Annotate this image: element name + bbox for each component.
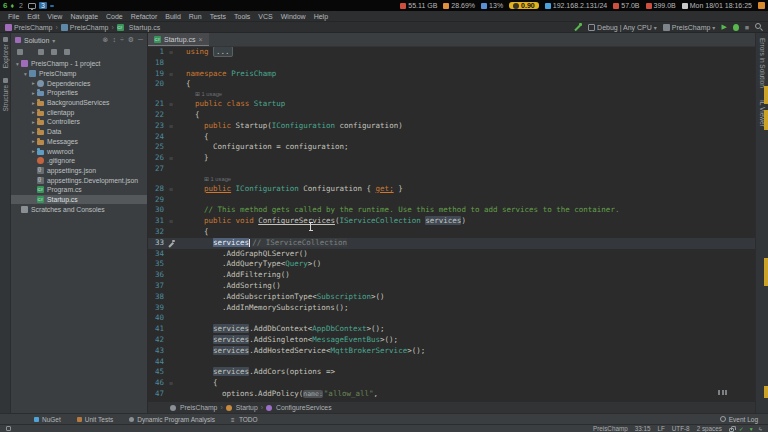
line-separator[interactable]: LF <box>657 425 664 432</box>
tree-item-controllers[interactable]: ▸Controllers <box>11 117 147 127</box>
active-window-icon[interactable] <box>50 5 54 7</box>
code-line[interactable]: 42services.AddSingleton<MessageEventBus>… <box>148 335 755 346</box>
tool-stripe-explorer[interactable]: Explorer <box>2 37 9 68</box>
find-icon[interactable] <box>64 49 70 55</box>
code-line[interactable]: 20{ <box>148 79 755 90</box>
explorer-view-selector[interactable]: Solution <box>24 37 49 44</box>
run-button[interactable]: ▶ <box>721 23 726 31</box>
menu-view[interactable]: View <box>43 13 66 20</box>
breadcrumb-item[interactable]: PreisChamp <box>5 24 53 31</box>
menu-window[interactable]: Window <box>277 13 310 20</box>
fold-marker[interactable]: ⊟ <box>166 69 176 80</box>
close-icon[interactable]: × <box>199 36 203 43</box>
debug-button[interactable] <box>733 24 739 31</box>
view-options-icon[interactable] <box>17 49 23 55</box>
tray-icon[interactable] <box>758 2 765 9</box>
code-line[interactable]: 35.AddQueryType<Query>() <box>148 259 755 270</box>
select-opened-file-icon[interactable] <box>38 49 44 55</box>
code-line[interactable]: 40 <box>148 313 755 324</box>
menu-code[interactable]: Code <box>102 13 127 20</box>
tool-window-button-nuget[interactable]: NuGet <box>34 416 61 423</box>
chevron-expanded-icon[interactable]: ▾ <box>14 61 21 67</box>
code-line[interactable]: 44 <box>148 357 755 368</box>
tree-item-dependencies[interactable]: ▸Dependencies <box>11 78 147 88</box>
menu-run[interactable]: Run <box>185 13 206 20</box>
indent-style[interactable]: 2 spaces <box>697 425 722 432</box>
code-line[interactable]: 34.AddGraphQLServer() <box>148 249 755 260</box>
tool-stripe-structure[interactable]: Structure <box>2 78 9 111</box>
code-line[interactable]: 31⊟public void ConfigureServices(IServic… <box>148 216 755 227</box>
chevron-collapsed-icon[interactable]: ▸ <box>30 90 37 96</box>
fold-marker[interactable]: ⊟ <box>166 184 176 195</box>
expand-all-icon[interactable]: ↕ <box>112 36 116 44</box>
encoding[interactable]: UTF-8 <box>672 425 690 432</box>
code-line[interactable]: 24{ <box>148 132 755 143</box>
workspace-3[interactable]: 3 <box>39 2 47 9</box>
chevron-collapsed-icon[interactable]: ▸ <box>30 138 37 144</box>
menu-vcs[interactable]: VCS <box>254 13 276 20</box>
menu-tests[interactable]: Tests <box>206 13 230 20</box>
tree-item-wwwroot[interactable]: ▸wwwroot <box>11 146 147 156</box>
chevron-expanded-icon[interactable]: ▾ <box>22 71 29 77</box>
menu-help[interactable]: Help <box>310 13 332 20</box>
code-line[interactable]: 39.AddInMemorySubscriptions(); <box>148 303 755 314</box>
tool-window-button-unit-tests[interactable]: Unit Tests <box>77 416 113 423</box>
caret-position[interactable]: 33:15 <box>635 425 651 432</box>
tree-item--gitignore[interactable]: .gitignore <box>11 156 147 166</box>
locate-file-icon[interactable]: ⊗ <box>103 36 109 44</box>
readonly-lock-icon[interactable] <box>729 428 734 432</box>
chevron-collapsed-icon[interactable]: ▸ <box>30 109 37 115</box>
code-line[interactable]: 28⊟public IConfiguration Configuration {… <box>148 184 755 195</box>
background-tasks-icon[interactable]: ϟ <box>759 426 762 432</box>
usage-inlay-hint[interactable]: ⊞ 1 usage <box>148 175 755 184</box>
tool-window-switcher-icon[interactable] <box>6 426 11 431</box>
fold-marker[interactable]: ⊟ <box>166 153 176 164</box>
breadcrumb-item[interactable]: Startup.cs <box>117 24 161 31</box>
tree-item-properties[interactable]: ▸Properties <box>11 88 147 98</box>
code-line[interactable]: 22{ <box>148 110 755 121</box>
build-config-selector[interactable]: Debug | Any CPU ▾ <box>588 24 657 31</box>
code-line[interactable]: 30// This method gets called by the runt… <box>148 205 755 216</box>
search-everywhere-icon[interactable] <box>755 23 763 31</box>
code-line[interactable]: 26⊟} <box>148 153 755 164</box>
tree-item-startup-cs[interactable]: Startup.cs <box>11 195 147 205</box>
tree-item-messages[interactable]: ▸Messages <box>11 137 147 147</box>
chevron-collapsed-icon[interactable]: ▸ <box>30 129 37 135</box>
menu-edit[interactable]: Edit <box>23 13 43 20</box>
tree-item-preischamp[interactable]: ▾PreisChamp <box>11 69 147 79</box>
code-line[interactable]: 36.AddFiltering() <box>148 270 755 281</box>
tool-window-button-dynamic-program-analysis[interactable]: Dynamic Program Analysis <box>129 416 215 423</box>
code-line[interactable]: 33services// IServiceCollection <box>148 238 755 249</box>
tree-item-clientapp[interactable]: ▸clientapp <box>11 107 147 117</box>
menu-tools[interactable]: Tools <box>230 13 254 20</box>
breadcrumb-item[interactable]: PreisChamp <box>61 24 109 31</box>
editor-breadcrumb-item[interactable]: PreisChamp <box>170 404 217 411</box>
hide-panel-icon[interactable]: ─ <box>138 36 143 44</box>
code-line[interactable]: 45services.AddCors(options => <box>148 367 755 378</box>
build-hammer-icon[interactable] <box>574 23 582 31</box>
tree-item-program-cs[interactable]: Program.cs <box>11 185 147 195</box>
fold-marker[interactable]: ⊟ <box>166 47 176 58</box>
code-line[interactable]: 47options.AddPolicy(name:"allow_all", <box>148 389 755 400</box>
workspace-2[interactable]: 2 <box>17 2 25 9</box>
fold-marker[interactable]: ⊟ <box>166 378 176 389</box>
code-line[interactable]: 38.AddSubscriptionType<Subscription>() <box>148 292 755 303</box>
code-line[interactable]: 21⊟public class Startup <box>148 99 755 110</box>
chevron-collapsed-icon[interactable]: ▸ <box>30 148 37 154</box>
tree-item-backgroundservices[interactable]: ▸BackgroundServices <box>11 98 147 108</box>
menu-file[interactable]: File <box>4 13 23 20</box>
code-line[interactable]: 46⊟{ <box>148 378 755 389</box>
code-line[interactable]: 29 <box>148 195 755 206</box>
code-line[interactable]: 1⊟using ... <box>148 47 755 58</box>
fold-marker[interactable]: ⊟ <box>166 121 176 132</box>
code-line[interactable]: 25Configuration = configuration; <box>148 142 755 153</box>
code-line[interactable]: 32{ <box>148 227 755 238</box>
fold-marker[interactable]: ⊟ <box>166 216 176 227</box>
tree-item-data[interactable]: ▸Data <box>11 127 147 137</box>
code-line[interactable]: 19⊟namespace PreisChamp <box>148 69 755 80</box>
tree-item-scratches-and-consoles[interactable]: Scratches and Consoles <box>11 204 147 214</box>
menu-build[interactable]: Build <box>161 13 185 20</box>
filter-icon[interactable] <box>51 49 57 55</box>
inspection-status-icon[interactable]: ✓ <box>739 425 744 432</box>
chevron-collapsed-icon[interactable]: ▸ <box>30 100 37 106</box>
